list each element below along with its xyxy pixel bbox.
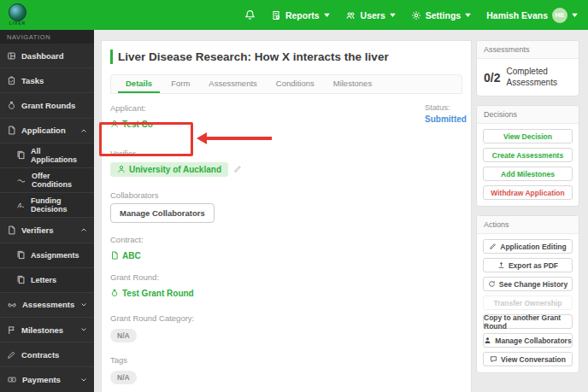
sidebar-item-milestones[interactable]: Milestones (0, 318, 94, 342)
sidebar-item-funding-decisions[interactable]: Funding Decisions (0, 193, 94, 218)
collaborators-label: Collaborators (110, 190, 462, 200)
gear-icon (411, 10, 421, 20)
sidebar-item-label: Letters (31, 276, 56, 284)
button-label: View Conversation (501, 355, 566, 364)
sidebar-item-tasks[interactable]: Tasks (0, 68, 94, 93)
grant-round-link[interactable]: Test Grant Round (110, 289, 194, 298)
tags-field: Tags N/A (110, 355, 462, 384)
collaborators-field: Collaborators Manage Collaborators (110, 190, 462, 223)
contract-field: Contract: ABC (110, 235, 462, 263)
user-menu[interactable]: Hamish Evans HE (486, 8, 578, 23)
grant-round-value: Test Grant Round (122, 289, 194, 298)
chat-icon (490, 355, 497, 363)
sidebar-item-application[interactable]: Application (0, 119, 94, 143)
button-label: Copy to another Grant Round (484, 313, 572, 331)
withdraw-application-button[interactable]: Withdraw Application (483, 185, 573, 200)
contract-value: ABC (122, 251, 141, 260)
person-icon (484, 336, 491, 344)
chevron-down-icon (80, 377, 87, 383)
add-milestones-button[interactable]: Add Milestones (483, 167, 573, 181)
verifier-link[interactable]: University of Auckland (110, 162, 228, 177)
flag-icon (7, 325, 16, 335)
tab-assessments[interactable]: Assessments (201, 75, 265, 93)
detail-tabs: Details Form Assessments Conditions Mile… (110, 74, 462, 94)
sidebar-item-label: Grant Rounds (21, 101, 75, 110)
view-conversation-button[interactable]: View Conversation (483, 352, 573, 366)
decisions-panel-header: Decisions (477, 106, 579, 124)
applicant-link[interactable]: Test Co (110, 120, 153, 129)
chevron-up-icon (80, 227, 87, 232)
status-value-link[interactable]: Submitted (425, 114, 467, 124)
sidebar-header: NAVIGATION (0, 30, 94, 44)
app-logo[interactable]: LIVER (9, 3, 26, 26)
contract-link[interactable]: ABC (110, 251, 141, 260)
pen-icon (7, 350, 16, 360)
sidebar-nav: NAVIGATION Dashboard Tasks Grant Rounds … (0, 30, 94, 392)
sidebar-item-all-applications[interactable]: All Applications (0, 143, 94, 168)
app-window: LIVER Reports Users (0, 0, 588, 392)
button-label: Export as PDF (509, 261, 558, 270)
export-as-pdf-button[interactable]: Export as PDF (483, 258, 573, 272)
contract-label: Contract: (110, 235, 462, 244)
view-decision-button[interactable]: View Decision (483, 129, 573, 143)
banknote-icon (7, 375, 17, 384)
bell-icon[interactable] (244, 9, 256, 20)
export-icon (497, 261, 505, 269)
top-bar: LIVER Reports Users (0, 0, 588, 30)
sidebar-item-label: Milestones (21, 325, 63, 335)
button-label: See Change History (499, 280, 567, 289)
menu-reports[interactable]: Reports (271, 10, 330, 20)
manage-collaborators-button[interactable]: Manage Collaborators (110, 203, 215, 223)
grant-round-label: Grant Round: (110, 272, 462, 282)
status-label: Status: (425, 102, 467, 112)
sidebar-item-assessments[interactable]: Assessments (0, 293, 94, 318)
create-assessments-button[interactable]: Create Assessments (483, 148, 573, 162)
tab-conditions[interactable]: Conditions (268, 75, 322, 93)
sidebar-item-grant-rounds[interactable]: Grant Rounds (0, 93, 94, 118)
assessments-count: 0/2 (484, 71, 500, 85)
page-body: NAVIGATION Dashboard Tasks Grant Rounds … (0, 30, 588, 392)
chevron-down-icon (80, 327, 87, 332)
pages-icon (16, 150, 26, 160)
money-bag-icon (7, 101, 16, 110)
tab-milestones[interactable]: Milestones (326, 75, 379, 93)
sidebar-item-offer-conditions[interactable]: Offer Conditions (0, 168, 94, 193)
applicant-label: Applicant: (110, 103, 462, 113)
sidebar-item-verifiers[interactable]: Verifiers (0, 218, 94, 243)
pages-icon (16, 250, 26, 260)
sidebar-item-payments[interactable]: Payments (0, 367, 94, 392)
copy-to-grant-round-button[interactable]: Copy to another Grant Round (483, 314, 573, 329)
menu-users-label: Users (361, 10, 385, 20)
sidebar-item-contracts[interactable]: Contracts (0, 342, 94, 367)
transfer-ownership-button: Transfer Ownership (483, 295, 573, 310)
tab-details[interactable]: Details (118, 75, 160, 93)
caret-down-icon (390, 13, 396, 17)
logo-text: LIVER (9, 22, 26, 26)
edit-verifier-pencil-icon[interactable] (233, 165, 242, 173)
manage-collaborators-action-button[interactable]: Manage Collaborators (483, 333, 573, 348)
menu-users[interactable]: Users (345, 10, 396, 20)
sidebar-item-label: Application (21, 126, 66, 135)
caret-down-icon (572, 13, 578, 17)
menu-settings[interactable]: Settings (411, 10, 471, 20)
see-change-history-button[interactable]: See Change History (483, 277, 573, 291)
sidebar-item-letters[interactable]: Letters (0, 268, 94, 293)
application-editing-button[interactable]: Application Editing (483, 239, 573, 254)
sidebar-item-assignments[interactable]: Assignments (0, 243, 94, 268)
applicant-value: Test Co (122, 120, 153, 129)
sidebar-item-dashboard[interactable]: Dashboard (0, 44, 94, 68)
assessments-panel-header: Assessments (477, 41, 579, 59)
document-icon (7, 126, 16, 135)
tasks-icon (7, 76, 16, 85)
document-icon (110, 251, 119, 260)
right-sidebar: Assessments 0/2 Completed Assessments De… (476, 40, 579, 392)
tags-label: Tags (110, 355, 462, 365)
button-label: Transfer Ownership (494, 299, 562, 307)
sidebar-item-label: Dashboard (21, 51, 64, 61)
sidebar-item-label: Contracts (21, 350, 59, 360)
pencil-icon (489, 243, 497, 250)
tab-form[interactable]: Form (163, 75, 197, 93)
sidebar-item-label: Funding Decisions (31, 196, 87, 214)
dashboard-icon (7, 51, 16, 61)
report-icon (271, 10, 281, 20)
